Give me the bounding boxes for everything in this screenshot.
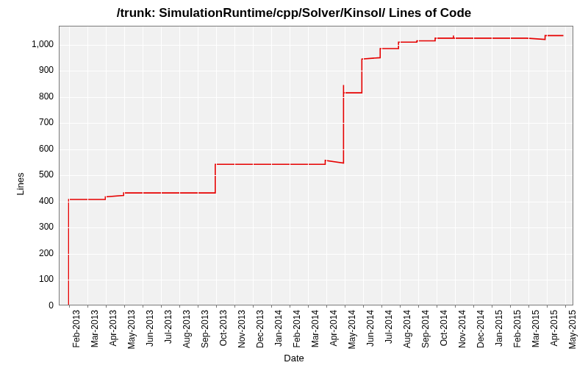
gridline-v — [418, 26, 419, 305]
gridline-v — [326, 26, 327, 305]
gridline-v — [437, 26, 437, 305]
gridline-v — [106, 26, 107, 305]
gridline-h — [60, 149, 573, 150]
chart-title: /trunk: SimulationRuntime/cpp/Solver/Kin… — [0, 6, 588, 21]
x-tick-label: Aug-2014 — [402, 310, 412, 348]
gridline-v — [565, 26, 566, 305]
gridline-v — [161, 26, 162, 305]
plot-area — [59, 26, 573, 305]
gridline-v — [308, 26, 309, 305]
gridline-v — [143, 26, 143, 305]
gridline-h — [60, 45, 573, 46]
gridline-v — [290, 26, 290, 305]
y-tick-label: 700 — [17, 117, 54, 127]
gridline-h — [60, 175, 573, 176]
gridline-v — [547, 26, 548, 305]
y-tick-label: 300 — [17, 222, 54, 232]
gridline-v — [363, 26, 364, 305]
x-tick-label: Aug-2013 — [182, 310, 192, 348]
x-tick-label: May-2014 — [347, 310, 357, 349]
gridline-h — [60, 123, 573, 124]
x-tick-label: Jul-2013 — [163, 310, 173, 344]
x-tick-label: Feb-2013 — [71, 310, 82, 347]
x-tick-label: Jun-2014 — [365, 310, 376, 347]
x-tick-label: Oct-2014 — [439, 310, 449, 346]
gridline-v — [528, 26, 529, 305]
x-tick-label: Apr-2013 — [108, 310, 118, 346]
gridline-v — [253, 26, 254, 305]
gridline-v — [381, 26, 382, 305]
x-tick-label: Mar-2013 — [90, 310, 100, 347]
x-tick-label: Mar-2015 — [531, 310, 541, 347]
y-tick-label: 600 — [17, 144, 54, 154]
gridline-v — [216, 26, 217, 305]
x-tick-label: Nov-2013 — [237, 310, 247, 348]
x-tick-label: Jun-2013 — [145, 310, 155, 347]
gridline-h — [60, 227, 573, 228]
gridline-v — [234, 26, 235, 305]
x-tick-label: Mar-2014 — [310, 310, 320, 347]
x-axis-tick-labels: Feb-2013Mar-2013Apr-2013May-2013Jun-2013… — [59, 308, 573, 359]
y-tick-label: 0 — [17, 300, 54, 311]
x-tick-label: Sep-2013 — [200, 310, 210, 348]
y-tick-label: 1,000 — [17, 39, 54, 49]
gridline-h — [60, 202, 573, 202]
gridline-v — [69, 26, 70, 305]
x-tick-label: Dec-2014 — [476, 310, 486, 348]
x-tick-label: Jan-2014 — [273, 310, 284, 347]
gridline-v — [455, 26, 456, 305]
gridline-v — [510, 26, 511, 305]
x-tick-label: Apr-2015 — [549, 310, 559, 346]
x-tick-label: Apr-2014 — [329, 310, 339, 346]
x-tick-label: Feb-2014 — [292, 310, 302, 347]
x-tick-label: Feb-2015 — [512, 310, 523, 347]
gridline-h — [60, 71, 573, 71]
gridline-v — [124, 26, 125, 305]
x-tick-label: Dec-2013 — [255, 310, 265, 348]
gridline-h — [60, 254, 573, 255]
chart-container: /trunk: SimulationRuntime/cpp/Solver/Kin… — [0, 0, 588, 368]
gridline-h — [60, 97, 573, 98]
y-tick-label: 100 — [17, 274, 54, 284]
y-tick-label: 400 — [17, 196, 54, 206]
gridline-v — [198, 26, 198, 305]
gridline-v — [400, 26, 401, 305]
y-axis-tick-labels: 01002003004005006007008009001,000 — [0, 26, 56, 305]
data-line — [60, 26, 573, 305]
x-tick-label: Jul-2014 — [384, 310, 394, 344]
y-tick-label: 900 — [17, 65, 54, 75]
y-tick-label: 500 — [17, 169, 54, 180]
y-tick-label: 800 — [17, 91, 54, 102]
x-tick-label: Jan-2015 — [494, 310, 504, 347]
gridline-v — [87, 26, 88, 305]
gridline-v — [473, 26, 474, 305]
x-tick-label: Sep-2014 — [420, 310, 431, 348]
x-tick-label: May-2015 — [567, 310, 578, 349]
gridline-v — [492, 26, 492, 305]
gridline-v — [345, 26, 345, 305]
gridline-h — [60, 306, 573, 307]
y-tick-label: 200 — [17, 248, 54, 258]
gridline-v — [271, 26, 272, 305]
x-tick-label: May-2013 — [126, 310, 137, 349]
x-tick-label: Oct-2013 — [218, 310, 229, 346]
gridline-h — [60, 280, 573, 280]
gridline-v — [179, 26, 180, 305]
x-tick-label: Nov-2014 — [457, 310, 467, 348]
